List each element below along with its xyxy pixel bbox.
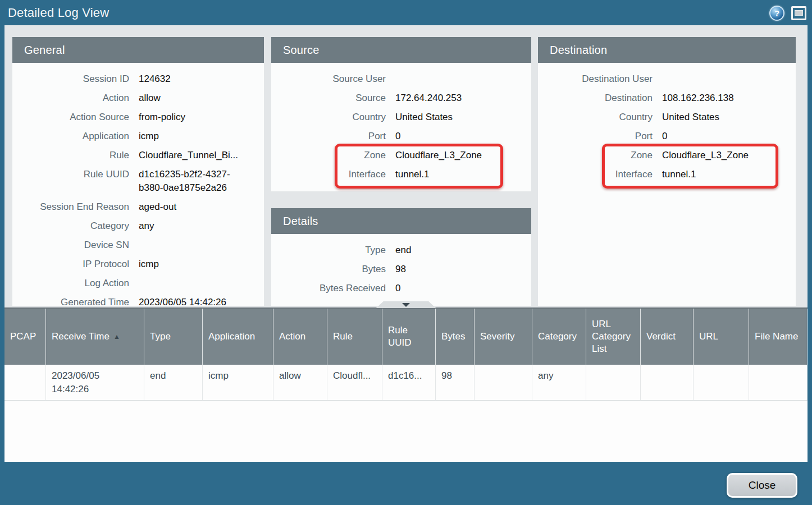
field-label: Device SN: [12, 238, 129, 252]
field-row: Session End Reasonaged-out: [12, 198, 264, 217]
field-label: Session End Reason: [12, 200, 129, 214]
field-label: Type: [271, 244, 386, 257]
column-header-url-category-list[interactable]: URL Category List: [586, 309, 641, 365]
field-row: Log Action: [12, 274, 264, 293]
dialog-content: General Session ID124632ActionallowActio…: [4, 25, 808, 462]
receive-time-value: 2023/06/05 14:42:26: [52, 369, 112, 396]
column-header-label: PCAP: [10, 330, 36, 343]
column-header-label: Verdict: [646, 330, 676, 343]
field-label: Zone: [271, 149, 386, 162]
column-header-label: URL Category List: [592, 318, 636, 355]
cell-verdict: [641, 365, 694, 400]
field-value: from-policy: [139, 111, 185, 124]
column-header-application[interactable]: Application: [203, 309, 273, 365]
field-value: aged-out: [139, 200, 176, 214]
field-value: 2023/06/05 14:42:26: [139, 296, 226, 306]
field-row: Port0: [271, 127, 531, 146]
column-header-label: Bytes: [441, 330, 466, 343]
field-value: end: [395, 244, 411, 257]
field-row: Rule UUIDd1c16235-b2f2-4327-b380-0ae1875…: [12, 165, 264, 198]
field-label: Log Action: [12, 277, 129, 290]
column-header-category[interactable]: Category: [532, 309, 586, 365]
field-row: IP Protocolicmp: [12, 255, 264, 274]
table-row[interactable]: 2023/06/05 14:42:26endicmpallowCloudfl..…: [4, 365, 808, 401]
field-label: Source: [271, 91, 386, 105]
field-label: Generated Time: [12, 296, 129, 306]
details-panel: Details TypeendBytes98Bytes Received0: [271, 208, 531, 306]
help-icon[interactable]: ?: [769, 6, 784, 21]
detailed-log-view-dialog: Detailed Log View ? General Session ID12…: [0, 0, 812, 505]
column-header-severity[interactable]: Severity: [475, 309, 532, 365]
field-label: Rule UUID: [12, 168, 129, 195]
field-label: Destination: [538, 91, 653, 105]
field-row: Interfacetunnel.1: [538, 165, 796, 184]
cell-action: allow: [273, 365, 327, 400]
maximize-icon[interactable]: [791, 6, 806, 20]
field-row: Bytes Received0: [271, 279, 531, 298]
column-header-receive-time[interactable]: Receive Time▲: [46, 309, 144, 365]
field-label: Rule: [12, 149, 129, 162]
column-header-rule[interactable]: Rule: [327, 309, 382, 365]
field-value: United States: [395, 111, 453, 124]
field-value: d1c16235-b2f2-4327-b380-0ae1875e2a26: [139, 168, 254, 195]
sort-asc-icon: ▲: [113, 330, 120, 343]
field-label: Country: [538, 111, 653, 124]
title-bar: Detailed Log View ?: [0, 0, 812, 25]
field-row: Categoryany: [12, 217, 264, 236]
general-panel-header: General: [12, 37, 264, 63]
field-label: Interface: [271, 168, 386, 181]
field-label: Country: [271, 111, 386, 124]
dialog-footer: Close: [0, 462, 812, 505]
field-value: Cloudflare_L3_Zone: [395, 149, 482, 162]
field-value: 98: [395, 263, 406, 276]
column-header-label: Rule: [333, 330, 353, 343]
column-header-type[interactable]: Type: [144, 309, 203, 365]
column-header-verdict[interactable]: Verdict: [641, 309, 694, 365]
column-header-pcap[interactable]: PCAP: [4, 309, 46, 365]
column-header-bytes[interactable]: Bytes: [436, 309, 475, 365]
cell-severity: [475, 365, 532, 400]
field-value: 0: [662, 130, 667, 143]
cell-file-name: [749, 365, 808, 400]
field-value: tunnel.1: [662, 168, 696, 181]
field-value: Cloudflare_L3_Zone: [662, 149, 749, 162]
field-label: IP Protocol: [12, 258, 129, 271]
column-header-label: File Name: [755, 330, 798, 343]
field-label: Bytes: [271, 263, 386, 276]
field-label: Interface: [538, 168, 653, 181]
field-value: 172.64.240.253: [395, 91, 462, 105]
field-label: Session ID: [12, 72, 129, 86]
column-header-label: Action: [279, 330, 305, 343]
column-header-rule-uuid[interactable]: Rule UUID: [382, 309, 436, 365]
field-label: Action: [12, 91, 129, 105]
field-row: Bytes98: [271, 260, 531, 279]
field-label: Port: [271, 130, 386, 143]
field-label: Destination User: [538, 72, 653, 86]
cell-category: any: [532, 365, 586, 400]
field-row: Port0: [538, 127, 796, 146]
field-row: Actionallow: [12, 89, 264, 108]
column-header-label: Severity: [480, 330, 514, 343]
column-header-label: Receive Time: [52, 330, 110, 343]
field-label: Source User: [271, 72, 386, 86]
column-header-action[interactable]: Action: [273, 309, 327, 365]
field-value: allow: [139, 91, 161, 105]
destination-panel-body: Destination UserDestination108.162.236.1…: [538, 63, 796, 184]
field-value: 0: [395, 130, 400, 143]
column-header-file-name[interactable]: File Name: [749, 309, 808, 365]
log-table: PCAPReceive Time▲TypeApplicationActionRu…: [4, 307, 808, 462]
column-header-label: URL: [699, 330, 718, 343]
field-row: ZoneCloudflare_L3_Zone: [538, 146, 796, 165]
cell-url: [694, 365, 749, 400]
cell-type: end: [144, 365, 203, 400]
close-button[interactable]: Close: [727, 473, 797, 498]
field-row: Typeend: [271, 241, 531, 260]
panel-table-splitter[interactable]: [376, 301, 436, 308]
general-panel-body: Session ID124632ActionallowAction Source…: [12, 63, 264, 306]
column-header-url[interactable]: URL: [694, 309, 749, 365]
field-row: Device SN: [12, 236, 264, 255]
column-header-label: Category: [538, 330, 577, 343]
field-row: CountryUnited States: [271, 108, 531, 127]
field-label: Application: [12, 130, 129, 143]
field-row: Applicationicmp: [12, 127, 264, 146]
